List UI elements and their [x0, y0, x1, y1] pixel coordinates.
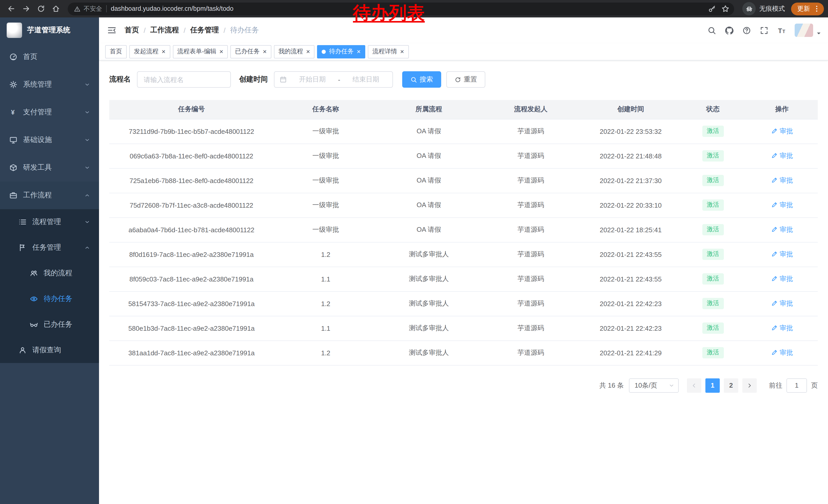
bookmark-star-icon[interactable]	[719, 3, 732, 15]
approve-link[interactable]: 审批	[771, 348, 793, 357]
close-icon[interactable]: ×	[306, 48, 310, 55]
page-size-select[interactable]: 10条/页	[629, 378, 679, 393]
start-date-placeholder[interactable]: 开始日期	[291, 75, 334, 84]
sidebar-item-dev-tools[interactable]: 研发工具	[0, 154, 99, 182]
reload-icon[interactable]	[34, 2, 48, 16]
cell-created: 2022-01-22 18:25:41	[582, 217, 679, 242]
status-badge: 激活	[702, 224, 723, 235]
sidebar-item-my-process[interactable]: 我的流程	[0, 261, 99, 286]
incognito-badge: 无痕模式	[742, 2, 785, 15]
next-page-button[interactable]	[742, 378, 757, 393]
tab-todo-task[interactable]: 待办任务×	[317, 45, 365, 58]
page-button-2[interactable]: 2	[724, 378, 738, 393]
calendar-icon	[280, 76, 287, 83]
search-button[interactable]: 搜索	[402, 71, 441, 88]
active-dot	[322, 49, 326, 54]
status-badge: 激活	[702, 150, 723, 161]
sidebar-item-workflow[interactable]: 工作流程	[0, 182, 99, 209]
reset-button[interactable]: 重置	[446, 71, 485, 88]
forward-icon[interactable]	[19, 2, 33, 16]
tab-my-process[interactable]: 我的流程×	[274, 45, 315, 58]
sidebar-item-home[interactable]: 首页	[0, 43, 99, 71]
caret-down-icon[interactable]	[816, 30, 822, 36]
approve-link[interactable]: 审批	[771, 127, 793, 136]
approve-link[interactable]: 审批	[771, 324, 793, 333]
sidebar-item-process-management[interactable]: 流程管理	[0, 209, 99, 235]
cell-created: 2022-01-22 21:37:30	[582, 168, 679, 193]
approve-link[interactable]: 审批	[771, 176, 793, 185]
prev-page-button[interactable]	[687, 378, 701, 393]
tab-label: 首页	[110, 47, 122, 56]
update-button[interactable]: 更新	[791, 2, 824, 15]
breadcrumb-item-workflow[interactable]: 工作流程	[150, 26, 179, 35]
approve-link[interactable]: 审批	[771, 250, 793, 259]
breadcrumb-item-task-management[interactable]: 任务管理	[190, 26, 219, 35]
cell-task-name: 一级审批	[274, 193, 378, 217]
tab-process-detail[interactable]: 流程详情×	[368, 45, 409, 58]
fullscreen-icon[interactable]	[756, 22, 772, 39]
cell-status: 激活	[679, 291, 746, 316]
help-icon[interactable]	[738, 22, 755, 39]
process-name-input[interactable]	[137, 71, 231, 88]
tab-home[interactable]: 首页	[105, 45, 127, 58]
close-icon[interactable]: ×	[162, 48, 165, 55]
security-status[interactable]: 不安全	[74, 4, 102, 13]
goto-page: 前往 页	[769, 378, 818, 393]
back-icon[interactable]	[4, 2, 18, 16]
page-buttons: 1 2	[687, 378, 757, 393]
cell-task-id: 381aa1dd-7ac8-11ec-a9e2-a2380e71991a	[109, 340, 274, 365]
sidebar-item-payment-management[interactable]: ¥支付管理	[0, 98, 99, 126]
breadcrumb-item-home[interactable]: 首页	[125, 26, 139, 35]
status-badge: 激活	[702, 273, 723, 284]
password-key-icon[interactable]	[706, 3, 718, 15]
close-icon[interactable]: ×	[263, 48, 266, 55]
close-icon[interactable]: ×	[357, 48, 361, 55]
approve-label: 审批	[780, 225, 793, 234]
page-button-1[interactable]: 1	[705, 378, 720, 393]
tab-form-edit[interactable]: 流程表单-编辑×	[173, 45, 228, 58]
menu-fold-icon[interactable]	[99, 17, 125, 43]
home-icon[interactable]	[49, 2, 63, 16]
cell-task-name: 1.1	[274, 267, 378, 291]
tab-initiate[interactable]: 发起流程×	[129, 45, 170, 58]
column-header: 状态	[679, 100, 746, 119]
close-icon[interactable]: ×	[219, 48, 223, 55]
sidebar-item-infrastructure[interactable]: 基础设施	[0, 126, 99, 154]
sidebar-menu: 首页系统管理¥支付管理基础设施研发工具工作流程流程管理任务管理我的流程待办任务已…	[0, 43, 99, 363]
tab-done-task[interactable]: 已办任务×	[230, 45, 271, 58]
sidebar-item-leave-query[interactable]: 请假查询	[0, 337, 99, 363]
end-date-placeholder[interactable]: 结束日期	[344, 75, 387, 84]
close-icon[interactable]: ×	[400, 48, 404, 55]
date-range-picker[interactable]: 开始日期 - 结束日期	[274, 71, 393, 88]
browser-menu-icon[interactable]	[813, 5, 821, 13]
status-badge: 激活	[702, 175, 723, 186]
sidebar-item-todo-task[interactable]: 待办任务	[0, 286, 99, 312]
edit-icon	[771, 300, 778, 307]
github-icon[interactable]	[721, 22, 737, 39]
tab-label: 流程详情	[372, 47, 397, 56]
sidebar-item-system-management[interactable]: 系统管理	[0, 71, 99, 98]
approve-link[interactable]: 审批	[771, 151, 793, 161]
approve-link[interactable]: 审批	[771, 200, 793, 210]
cell-process: OA 请假	[378, 144, 480, 168]
task-table: 任务编号任务名称所属流程流程发起人创建时间状态操作 73211d9d-7b9b-…	[109, 100, 818, 365]
sidebar-item-done-task[interactable]: 已办任务	[0, 312, 99, 337]
sidebar-logo-row[interactable]: 芋道管理系统	[0, 17, 99, 43]
search-icon[interactable]	[703, 22, 720, 39]
user-avatar[interactable]	[795, 24, 813, 37]
screen: 待办列表 不安全 dashboard.yudao.iocoder.cn/bpm/…	[0, 0, 828, 504]
cell-action: 审批	[746, 144, 818, 168]
date-separator: -	[338, 76, 340, 83]
page-content: 流程名 创建时间 开始日期 - 结束日期 搜索 重置	[99, 60, 828, 504]
sidebar-item-task-management[interactable]: 任务管理	[0, 235, 99, 261]
cell-status: 激活	[679, 144, 746, 168]
goto-page-input[interactable]	[786, 378, 807, 393]
cell-status: 激活	[679, 217, 746, 242]
edit-icon	[771, 152, 778, 159]
main-area: 首页 / 工作流程 / 任务管理 / 待办任务 TT 首页发起流程×流程表单-编…	[99, 17, 828, 504]
tab-label: 发起流程	[134, 47, 159, 56]
font-size-icon[interactable]: TT	[773, 22, 790, 39]
approve-link[interactable]: 审批	[771, 274, 793, 283]
approve-link[interactable]: 审批	[771, 225, 793, 234]
approve-link[interactable]: 审批	[771, 299, 793, 308]
